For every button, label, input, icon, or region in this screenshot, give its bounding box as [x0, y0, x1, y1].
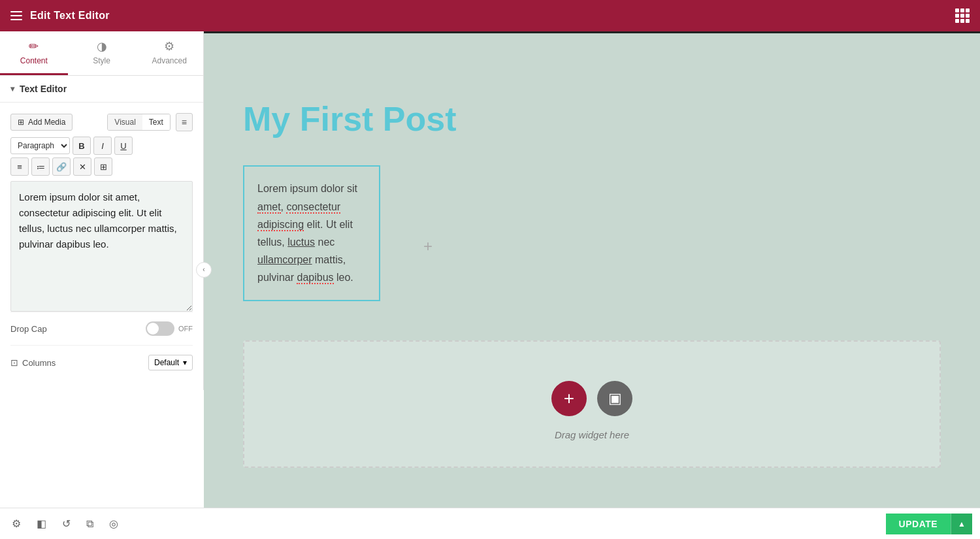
ordered-list-button[interactable]: ≔: [31, 157, 50, 176]
columns-icon: ⊡: [10, 357, 18, 368]
view-toggle: Visual Text: [107, 114, 170, 131]
update-button[interactable]: UPDATE: [886, 514, 951, 534]
layers-icon-button[interactable]: ◧: [33, 514, 50, 534]
settings-icon-button[interactable]: ⚙: [8, 514, 25, 534]
drop-cap-row: Drop Cap OFF: [10, 312, 193, 345]
format-bar2: ≡ ≔ 🔗 ✕ ⊞: [10, 157, 193, 176]
collapse-panel-button[interactable]: ‹: [196, 262, 212, 278]
advanced-icon: ⚙: [164, 39, 174, 54]
chevron-icon: ▾: [10, 84, 14, 93]
section-header[interactable]: ▾ Text Editor: [0, 76, 203, 103]
add-media-label: Add Media: [28, 118, 65, 127]
top-header: Edit Text Editor: [0, 0, 980, 31]
drop-cap-toggle[interactable]: OFF: [146, 321, 193, 336]
sidebar-wrapper: ✏ Content ◑ Style ⚙ Advanced ▾ Text Edit…: [0, 31, 204, 508]
add-media-button[interactable]: ⊞ Add Media: [10, 114, 73, 131]
hamburger-icon[interactable]: [10, 11, 22, 20]
columns-label: Columns: [22, 358, 56, 368]
update-btn-group: UPDATE ▲: [886, 514, 972, 534]
text-widget-content: Lorem ipsum dolor sit amet, consectetur …: [257, 180, 366, 286]
editor-text: Lorem ipsum dolor sit amet, consectetur …: [19, 191, 177, 250]
more-button[interactable]: ✕: [73, 157, 91, 176]
toggle-track[interactable]: [146, 321, 174, 336]
folder-button[interactable]: ▣: [597, 381, 632, 416]
canvas-top-line: [204, 31, 980, 33]
format-bar: Paragraph B I U: [10, 137, 193, 155]
sidebar: ✏ Content ◑ Style ⚙ Advanced ▾ Text Edit…: [0, 31, 204, 390]
unordered-list-button[interactable]: ≡: [10, 157, 29, 176]
columns-label-group: ⊡ Columns: [10, 357, 56, 368]
tab-style-label: Style: [93, 56, 110, 65]
grid-icon[interactable]: [955, 8, 970, 23]
style-icon: ◑: [97, 39, 107, 54]
text-widget-box[interactable]: Lorem ipsum dolor sit amet, consectetur …: [243, 165, 380, 301]
drop-cap-label: Drop Cap: [10, 324, 47, 334]
visual-view-button[interactable]: Visual: [108, 114, 142, 130]
editor-toolbar-top: ⊞ Add Media Visual Text ≡: [10, 113, 193, 131]
main-layout: ✏ Content ◑ Style ⚙ Advanced ▾ Text Edit…: [0, 31, 980, 508]
add-section-button[interactable]: +: [551, 381, 587, 416]
tab-style[interactable]: ◑ Style: [68, 31, 136, 75]
eye-icon-button[interactable]: ◎: [105, 514, 122, 534]
update-dropdown-button[interactable]: ▲: [951, 514, 972, 534]
paragraph-select[interactable]: Paragraph: [10, 137, 70, 154]
tab-advanced[interactable]: ⚙ Advanced: [135, 31, 203, 75]
table-button[interactable]: ⊞: [94, 157, 112, 176]
add-media-icon: ⊞: [18, 118, 24, 127]
columns-select[interactable]: Default ▾: [148, 355, 193, 370]
kitchen-sink-button[interactable]: ≡: [176, 113, 193, 131]
toggle-state: OFF: [178, 325, 193, 333]
history-icon-button[interactable]: ↺: [58, 514, 74, 534]
canvas-area: My First Post Lorem ipsum dolor sit amet…: [204, 31, 980, 508]
link-button[interactable]: 🔗: [52, 157, 71, 176]
editor-area: ⊞ Add Media Visual Text ≡ Paragraph B I: [0, 103, 203, 390]
responsive-icon-button[interactable]: ⧉: [82, 514, 97, 534]
italic-button[interactable]: I: [93, 137, 112, 155]
add-widget-button[interactable]: +: [423, 237, 433, 255]
section-title: Text Editor: [20, 84, 67, 94]
drag-buttons: + ▣: [551, 381, 632, 416]
post-title: My First Post: [243, 99, 941, 139]
columns-dropdown-icon: ▾: [183, 358, 187, 367]
columns-row: ⊡ Columns Default ▾: [10, 345, 193, 380]
sidebar-tabs: ✏ Content ◑ Style ⚙ Advanced: [0, 31, 203, 76]
drag-label: Drag widget here: [555, 429, 629, 440]
header-title: Edit Text Editor: [30, 10, 110, 22]
bottom-toolbar: ⚙ ◧ ↺ ⧉ ◎ UPDATE ▲: [0, 508, 980, 539]
text-view-button[interactable]: Text: [142, 114, 170, 130]
columns-value: Default: [154, 358, 179, 367]
tab-content[interactable]: ✏ Content: [0, 31, 68, 75]
header-left: Edit Text Editor: [10, 10, 110, 22]
toggle-knob: [147, 323, 159, 335]
tab-content-label: Content: [20, 56, 48, 65]
drag-widget-area: + ▣ Drag widget here: [243, 340, 941, 468]
bold-button[interactable]: B: [73, 137, 91, 155]
canvas-content: My First Post Lorem ipsum dolor sit amet…: [204, 86, 980, 481]
text-editor-content[interactable]: Lorem ipsum dolor sit amet, consectetur …: [10, 181, 193, 312]
underline-button[interactable]: U: [114, 137, 133, 155]
tab-advanced-label: Advanced: [152, 56, 186, 65]
content-icon: ✏: [29, 39, 39, 54]
